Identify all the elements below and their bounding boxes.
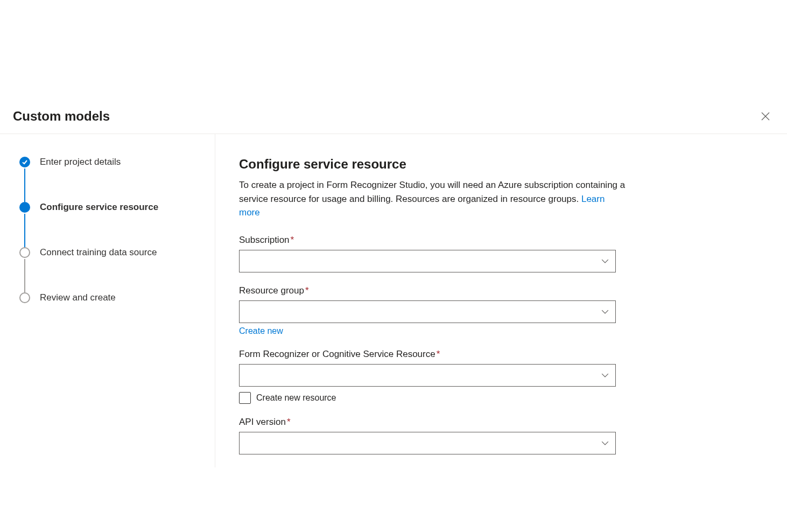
step-review-and-create[interactable]: Review and create [19,292,202,303]
description-text: To create a project in Form Recognizer S… [239,180,625,204]
close-button[interactable] [757,108,774,125]
page-title: Configure service resource [239,157,761,172]
resource-group-label: Resource group* [239,285,616,296]
close-icon [761,112,770,121]
api-version-label: API version* [239,417,616,428]
chevron-down-icon [601,308,609,316]
step-connector [24,214,25,247]
required-asterisk: * [305,285,309,296]
step-label: Connect training data source [40,247,157,258]
dialog-header: Custom models [0,108,787,134]
label-text: API version [239,417,286,427]
page-description: To create a project in Form Recognizer S… [239,178,627,220]
field-api-version: API version* [239,417,616,454]
label-text: Form Recognizer or Cognitive Service Res… [239,349,435,359]
step-connect-training-data-source[interactable]: Connect training data source [19,247,202,258]
circle-filled-icon [19,202,30,213]
field-fr-resource: Form Recognizer or Cognitive Service Res… [239,349,616,404]
fr-resource-dropdown[interactable] [239,364,616,387]
step-connector [24,259,25,292]
wizard-stepper: Enter project details Configure service … [0,134,215,467]
fr-resource-label: Form Recognizer or Cognitive Service Res… [239,349,616,360]
main-panel: Configure service resource To create a p… [215,134,787,467]
create-new-resource-checkbox[interactable] [239,392,251,404]
step-configure-service-resource[interactable]: Configure service resource [19,202,202,213]
field-resource-group: Resource group* Create new [239,285,616,336]
chevron-down-icon [601,257,609,265]
dialog-title: Custom models [13,109,110,124]
step-label: Review and create [40,292,116,303]
field-subscription: Subscription* [239,235,616,272]
checkbox-label: Create new resource [256,393,336,403]
chevron-down-icon [601,439,609,447]
required-asterisk: * [291,235,294,245]
circle-empty-icon [19,247,30,258]
required-asterisk: * [287,417,291,427]
resource-group-dropdown[interactable] [239,300,616,323]
label-text: Subscription [239,235,290,245]
step-label: Enter project details [40,157,121,167]
create-new-resource-row: Create new resource [239,392,616,404]
subscription-label: Subscription* [239,235,616,246]
required-asterisk: * [437,349,440,359]
step-enter-project-details[interactable]: Enter project details [19,157,202,167]
label-text: Resource group [239,285,304,296]
circle-empty-icon [19,292,30,303]
create-new-resource-group-link[interactable]: Create new [239,326,283,336]
subscription-dropdown[interactable] [239,250,616,272]
api-version-dropdown[interactable] [239,432,616,454]
chevron-down-icon [601,372,609,379]
step-label: Configure service resource [40,202,158,213]
check-icon [19,157,30,167]
step-connector [24,169,25,202]
